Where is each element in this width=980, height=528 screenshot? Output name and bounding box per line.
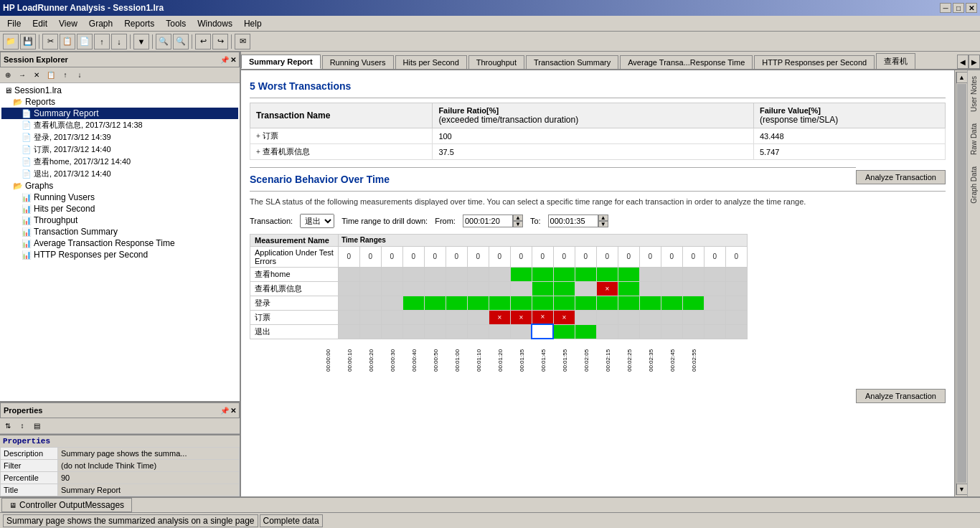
grid-cell-4-2[interactable] xyxy=(381,310,402,324)
toolbar-btn-5[interactable]: 📄 xyxy=(77,34,93,50)
grid-cell-3-14[interactable] xyxy=(639,296,661,310)
toolbar-btn-email[interactable]: ✉ xyxy=(235,34,250,50)
from-spinner-down[interactable]: ▼ xyxy=(513,221,523,227)
grid-cell-4-14[interactable] xyxy=(639,310,661,324)
grid-cell-4-5[interactable] xyxy=(446,310,467,324)
grid-cell-1-7[interactable] xyxy=(489,267,510,281)
grid-cell-3-0[interactable] xyxy=(338,296,359,310)
menu-windows[interactable]: Windows xyxy=(192,17,238,30)
tree-add-btn[interactable]: ⊕ xyxy=(1,69,14,82)
panel-close-button[interactable]: ✕ xyxy=(230,56,236,64)
toolbar-btn-8[interactable]: ▼ xyxy=(133,34,149,50)
grid-cell-2-17[interactable] xyxy=(704,281,725,296)
scroll-thumb[interactable] xyxy=(957,84,966,483)
menu-file[interactable]: File xyxy=(1,17,27,30)
grid-cell-1-3[interactable] xyxy=(402,267,424,281)
grid-cell-2-16[interactable] xyxy=(682,281,704,296)
tree-report2[interactable]: 📄 登录, 2017/3/12 14:39 xyxy=(1,131,238,143)
grid-cell-1-12[interactable] xyxy=(596,267,618,281)
grid-cell-3-7[interactable] xyxy=(489,296,510,310)
tree-copy-btn[interactable]: 📋 xyxy=(44,69,57,82)
grid-cell-3-8[interactable] xyxy=(510,296,532,310)
prop-sort2-btn[interactable]: ↕ xyxy=(16,420,29,433)
menu-graph[interactable]: Graph xyxy=(83,17,118,30)
tree-root[interactable]: 🖥 Session1.lra xyxy=(1,85,238,96)
prop-extra-btn[interactable]: ▤ xyxy=(30,420,43,433)
tab-5[interactable]: Average Transa...Response Time xyxy=(620,55,753,69)
tab-next-btn[interactable]: ▶ xyxy=(969,55,980,69)
grid-cell-5-4[interactable] xyxy=(424,324,446,339)
grid-cell-5-0[interactable] xyxy=(338,324,359,339)
grid-cell-0-6[interactable]: 0 xyxy=(467,246,489,267)
grid-cell-2-18[interactable] xyxy=(725,281,747,296)
grid-cell-1-5[interactable] xyxy=(446,267,467,281)
tab-2[interactable]: Hits per Second xyxy=(395,55,467,69)
grid-cell-2-3[interactable] xyxy=(402,281,424,296)
grid-cell-4-6[interactable] xyxy=(467,310,489,324)
grid-cell-1-6[interactable] xyxy=(467,267,489,281)
grid-cell-0-7[interactable]: 0 xyxy=(489,246,510,267)
grid-cell-2-9[interactable] xyxy=(532,281,553,296)
close-button[interactable]: ✕ xyxy=(966,3,977,13)
menu-help[interactable]: Help xyxy=(238,17,268,30)
menu-edit[interactable]: Edit xyxy=(27,17,53,30)
grid-cell-0-0[interactable]: 0 xyxy=(338,246,359,267)
grid-cell-3-16[interactable] xyxy=(682,296,704,310)
grid-cell-5-8[interactable] xyxy=(510,324,532,339)
tree-report3[interactable]: 📄 订票, 2017/3/12 14:40 xyxy=(1,143,238,156)
grid-cell-2-2[interactable] xyxy=(381,281,402,296)
minimize-button[interactable]: ─ xyxy=(940,3,951,13)
tree-reports-group[interactable]: 📂 Reports xyxy=(1,96,238,108)
grid-cell-0-9[interactable]: 0 xyxy=(532,246,553,267)
grid-cell-3-5[interactable] xyxy=(446,296,467,310)
menu-tools[interactable]: Tools xyxy=(160,17,192,30)
menu-view[interactable]: View xyxy=(53,17,83,30)
grid-cell-1-10[interactable] xyxy=(553,267,575,281)
analyze-transaction-btn-1[interactable]: Analyze Transaction xyxy=(856,170,946,184)
grid-cell-2-8[interactable] xyxy=(510,281,532,296)
grid-cell-5-12[interactable] xyxy=(596,324,618,339)
tree-report1[interactable]: 📄 查看机票信息, 2017/3/12 14:38 xyxy=(1,119,238,131)
grid-cell-5-1[interactable] xyxy=(359,324,381,339)
grid-cell-3-3[interactable] xyxy=(402,296,424,310)
scroll-up-btn[interactable]: ▲ xyxy=(956,72,968,83)
grid-cell-3-11[interactable] xyxy=(575,296,596,310)
grid-cell-4-11[interactable] xyxy=(575,310,596,324)
grid-cell-5-7[interactable] xyxy=(489,324,510,339)
grid-cell-1-4[interactable] xyxy=(424,267,446,281)
to-spinner-down[interactable]: ▼ xyxy=(598,221,608,227)
grid-cell-4-12[interactable] xyxy=(596,310,618,324)
toolbar-btn-4[interactable]: 📋 xyxy=(60,34,75,50)
grid-cell-1-2[interactable] xyxy=(381,267,402,281)
grid-cell-4-8[interactable]: × xyxy=(510,310,532,324)
grid-cell-0-17[interactable]: 0 xyxy=(704,246,725,267)
tree-graph1[interactable]: 📊 Running Vusers xyxy=(1,192,238,203)
tree-area[interactable]: 🖥 Session1.lra 📂 Reports 📄 Summary Repor… xyxy=(0,83,240,401)
grid-cell-0-11[interactable]: 0 xyxy=(575,246,596,267)
grid-cell-3-13[interactable] xyxy=(618,296,639,310)
tree-up-btn[interactable]: ↑ xyxy=(59,69,72,82)
bottom-tab-controller[interactable]: 🖥 Controller OutputMessages xyxy=(1,498,132,512)
grid-cell-1-13[interactable] xyxy=(618,267,639,281)
grid-cell-0-3[interactable]: 0 xyxy=(402,246,424,267)
toolbar-btn-9[interactable]: 🔍 xyxy=(156,34,171,50)
grid-cell-3-9[interactable] xyxy=(532,296,553,310)
tab-7[interactable]: 查看机 xyxy=(876,53,915,69)
grid-cell-2-15[interactable] xyxy=(661,281,682,296)
wt-expand[interactable]: + 订票 xyxy=(250,128,433,144)
grid-cell-4-10[interactable]: × xyxy=(553,310,575,324)
grid-cell-4-3[interactable] xyxy=(402,310,424,324)
grid-cell-0-8[interactable]: 0 xyxy=(510,246,532,267)
tree-report4[interactable]: 📄 查看home, 2017/3/12 14:40 xyxy=(1,156,238,168)
grid-cell-0-14[interactable]: 0 xyxy=(639,246,661,267)
tree-report5[interactable]: 📄 退出, 2017/3/12 14:40 xyxy=(1,168,238,180)
grid-cell-0-13[interactable]: 0 xyxy=(618,246,639,267)
toolbar-btn-undo[interactable]: ↩ xyxy=(195,34,211,50)
tree-graph6[interactable]: 📊 HTTP Responses per Second xyxy=(1,249,238,260)
grid-cell-1-8[interactable] xyxy=(510,267,532,281)
grid-cell-4-17[interactable] xyxy=(704,310,725,324)
grid-cell-4-1[interactable] xyxy=(359,310,381,324)
grid-cell-4-13[interactable] xyxy=(618,310,639,324)
scroll-down-btn[interactable]: ▼ xyxy=(956,484,968,495)
grid-cell-5-2[interactable] xyxy=(381,324,402,339)
